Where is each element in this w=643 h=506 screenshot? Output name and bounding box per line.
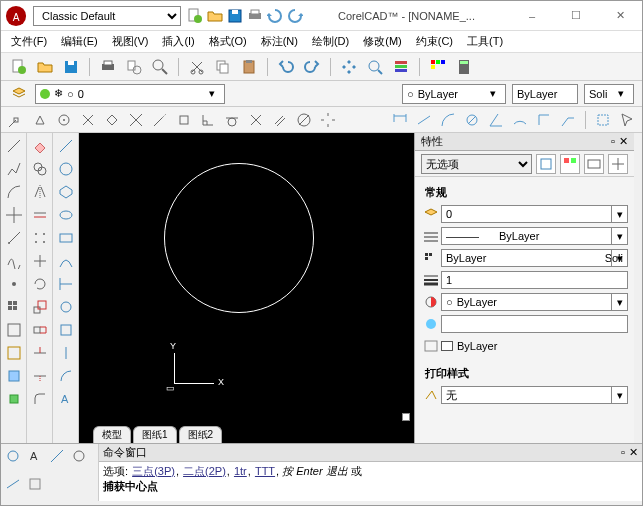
menu-tools[interactable]: 工具(T) (467, 34, 503, 49)
copy-tool-icon[interactable] (31, 160, 49, 178)
menu-insert[interactable]: 插入(I) (162, 34, 194, 49)
panel-close-icon[interactable]: ✕ (619, 135, 628, 148)
snap-center-icon[interactable] (55, 111, 73, 129)
chevron-down-icon[interactable]: ▾ (611, 228, 627, 244)
save-icon[interactable] (227, 8, 243, 24)
menu-modify[interactable]: 修改(M) (363, 34, 402, 49)
chevron-down-icon[interactable]: ▾ (611, 387, 627, 403)
prop-tool2-icon[interactable] (560, 154, 580, 174)
region-tool-icon[interactable] (5, 321, 23, 339)
prop-printstyle[interactable]: 无▾ (441, 386, 628, 404)
color-field[interactable]: ○ ByLayer ▾ (402, 84, 506, 104)
mirror-tool-icon[interactable] (31, 183, 49, 201)
dim6-icon[interactable] (57, 252, 75, 270)
menu-file[interactable]: 文件(F) (11, 34, 47, 49)
dim7-icon[interactable] (57, 275, 75, 293)
snap-parallel-icon[interactable] (271, 111, 289, 129)
menu-edit[interactable]: 编辑(E) (61, 34, 98, 49)
cut-icon[interactable] (187, 57, 207, 77)
dim-ordinate-icon[interactable] (535, 111, 553, 129)
paste-icon[interactable] (239, 57, 259, 77)
undo-icon[interactable] (267, 8, 283, 24)
dim-aligned-icon[interactable] (391, 111, 409, 129)
snap-tangent-icon[interactable] (223, 111, 241, 129)
polyline-tool-icon[interactable] (5, 160, 23, 178)
prop-hyperlink[interactable] (441, 315, 628, 333)
print-icon[interactable] (247, 8, 263, 24)
print-icon[interactable] (98, 57, 118, 77)
extra1-icon[interactable] (4, 447, 22, 465)
layer-manager-icon[interactable] (9, 84, 29, 104)
fillet-tool-icon[interactable] (31, 390, 49, 408)
open-icon[interactable] (207, 8, 223, 24)
snap-endpoint-icon[interactable] (7, 111, 25, 129)
snap-quadrant-icon[interactable] (103, 111, 121, 129)
chevron-down-icon[interactable]: ▾ (204, 85, 220, 103)
zoom-realtime-icon[interactable] (365, 57, 385, 77)
array-tool-icon[interactable] (31, 229, 49, 247)
snap-intersection-icon[interactable] (127, 111, 145, 129)
menu-annotate[interactable]: 标注(N) (261, 34, 298, 49)
print-preview-icon[interactable] (124, 57, 144, 77)
menu-format[interactable]: 格式(O) (209, 34, 247, 49)
dim1-icon[interactable] (57, 137, 75, 155)
extra3-icon[interactable] (48, 447, 66, 465)
redo-tool-icon[interactable] (302, 57, 322, 77)
pan-icon[interactable] (339, 57, 359, 77)
snap-settings-icon[interactable] (319, 111, 337, 129)
dim9-icon[interactable] (57, 321, 75, 339)
dim12-icon[interactable]: A (57, 390, 75, 408)
prop-linetype[interactable]: ———ByLayer▾ (441, 227, 628, 245)
calculator-icon[interactable] (454, 57, 474, 77)
cmd-opt-1tr[interactable]: 1tr (234, 465, 247, 477)
dim-diameter-icon[interactable] (463, 111, 481, 129)
cmd-opt-ttt[interactable]: TTT (255, 465, 275, 477)
extra2-icon[interactable]: A (26, 447, 44, 465)
arc-tool-icon[interactable] (5, 183, 23, 201)
circle-tool-icon[interactable] (57, 160, 75, 178)
dim11-icon[interactable] (57, 367, 75, 385)
polygon-tool-icon[interactable] (57, 183, 75, 201)
tab-model[interactable]: 模型 (93, 426, 131, 443)
drawn-circle[interactable] (164, 163, 314, 313)
drawing-area[interactable]: Y X ▭ 模型 图纸1 图纸2 (79, 133, 414, 443)
chevron-down-icon[interactable]: ▾ (611, 250, 627, 266)
command-line[interactable]: 选项: 三点(3P), 二点(2P), 1tr, TTT, 按 Enter 退出… (99, 462, 642, 501)
select-cursor-icon[interactable] (618, 111, 636, 129)
close-button[interactable]: ✕ (598, 2, 642, 30)
snap-perpendicular-icon[interactable] (199, 111, 217, 129)
line-tool-icon[interactable] (5, 137, 23, 155)
prop-tool3-icon[interactable] (584, 154, 604, 174)
tab-sheet2[interactable]: 图纸2 (179, 426, 223, 443)
prop-tool4-icon[interactable] (608, 154, 628, 174)
snap-node-icon[interactable] (79, 111, 97, 129)
linestyle-field[interactable]: Soli ▾ (584, 84, 634, 104)
cmd-pin-icon[interactable]: ▫ (621, 446, 625, 459)
prop-layer[interactable]: 0▾ (441, 205, 628, 223)
panel-pin-icon[interactable]: ▫ (611, 135, 615, 148)
text-tool-icon[interactable] (5, 390, 23, 408)
dim-linear-icon[interactable] (415, 111, 433, 129)
snap-extension-icon[interactable] (151, 111, 169, 129)
scale-tool-icon[interactable] (31, 298, 49, 316)
stretch-tool-icon[interactable] (31, 321, 49, 339)
extra4-icon[interactable] (70, 447, 88, 465)
snap-none-icon[interactable] (295, 111, 313, 129)
select-icon[interactable] (594, 111, 612, 129)
chevron-down-icon[interactable]: ▾ (611, 294, 627, 310)
erase-tool-icon[interactable] (31, 137, 49, 155)
redo-icon[interactable] (287, 8, 303, 24)
snap-insertion-icon[interactable] (175, 111, 193, 129)
spline-tool-icon[interactable] (5, 252, 23, 270)
zoom-icon[interactable] (150, 57, 170, 77)
point-tool-icon[interactable] (5, 275, 23, 293)
menu-draw[interactable]: 绘制(D) (312, 34, 349, 49)
trim-tool-icon[interactable] (31, 344, 49, 362)
cmd-opt-2p[interactable]: 二点(2P) (183, 465, 226, 477)
extra6-icon[interactable] (26, 475, 44, 493)
layer-state-field[interactable]: ❄ ○ 0 ▾ (35, 84, 225, 104)
extend-tool-icon[interactable] (31, 367, 49, 385)
extra5-icon[interactable] (4, 475, 22, 493)
copy-icon[interactable] (213, 57, 233, 77)
dim8-icon[interactable] (57, 298, 75, 316)
